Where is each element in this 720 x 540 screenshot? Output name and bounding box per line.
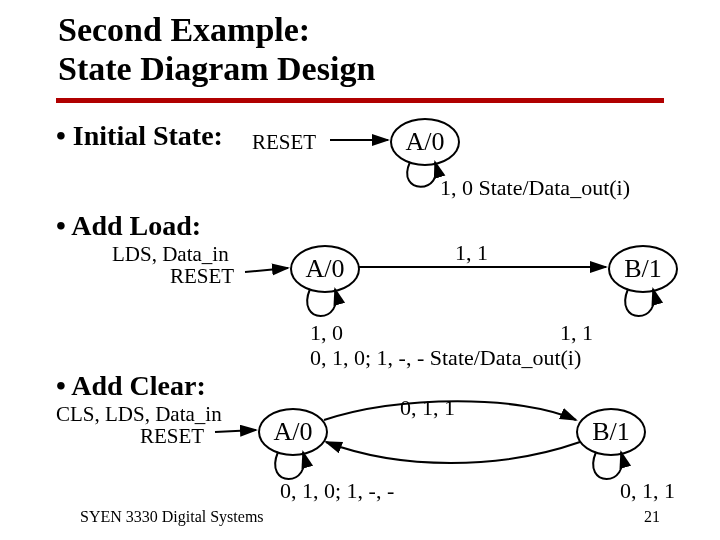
reset-label-2: RESET (170, 264, 234, 289)
label-row3-top: 0, 1, 1 (400, 395, 455, 421)
label-row2-rightloop: 1, 1 (560, 320, 593, 346)
reset-label-3: RESET (140, 424, 204, 449)
bullet-add-clear: • Add Clear: (56, 370, 206, 402)
title-line-2: State Diagram Design (58, 50, 375, 87)
label-row2-bottom: 0, 1, 0; 1, -, - State/Data_out(i) (310, 345, 581, 371)
footer-right: 21 (644, 508, 660, 526)
bullet-add-load: • Add Load: (56, 210, 201, 242)
label-row1-right: 1, 0 State/Data_out(i) (440, 175, 630, 201)
label-row3-leftloop: 0, 1, 0; 1, -, - (280, 478, 394, 504)
title-line-1: Second Example: (58, 11, 310, 48)
label-row3-rightloop: 0, 1, 1 (620, 478, 675, 504)
slide: Second Example: State Diagram Design • I… (0, 0, 720, 540)
label-row2-leftloop: 1, 0 (310, 320, 343, 346)
title-underline (56, 98, 664, 103)
bullet-initial-state: • Initial State: (56, 120, 223, 152)
label-row2-mid: 1, 1 (455, 240, 488, 266)
state-a-2: A/0 (290, 245, 360, 293)
state-b-3: B/1 (576, 408, 646, 456)
state-b-2: B/1 (608, 245, 678, 293)
state-a-1: A/0 (390, 118, 460, 166)
footer-left: SYEN 3330 Digital Systems (80, 508, 264, 526)
reset-label-1: RESET (252, 130, 316, 155)
slide-title: Second Example: State Diagram Design (58, 10, 375, 88)
state-a-3: A/0 (258, 408, 328, 456)
